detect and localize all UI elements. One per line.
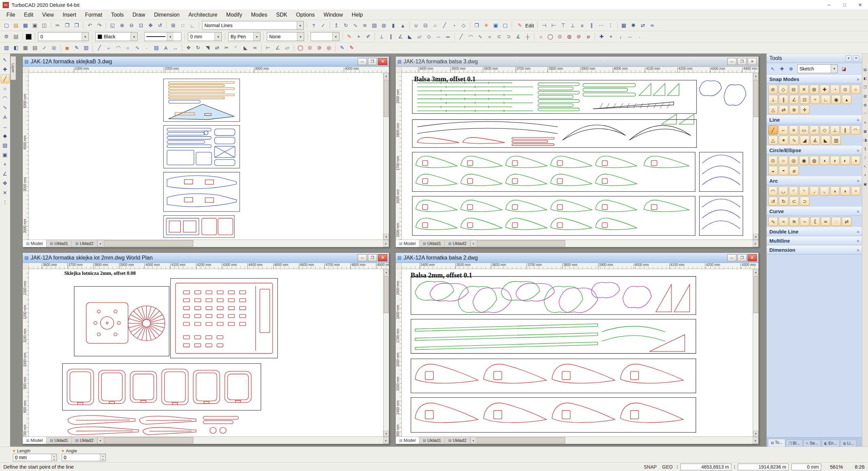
array-radial-icon[interactable]: ✺ [629, 21, 638, 30]
draw-curve-icon[interactable]: ∿ [476, 32, 485, 41]
circle-tan-tan-icon[interactable]: ◒ [768, 166, 778, 175]
scroll-down-icon[interactable]: ▾ [753, 234, 758, 240]
length-lock-icon[interactable]: ◆ [13, 449, 15, 452]
distribute-h-icon[interactable]: ⋯ [597, 21, 606, 30]
scroll-right-icon[interactable]: ▸ [383, 437, 389, 444]
cut-icon[interactable]: ✂ [53, 21, 62, 30]
scroll-track[interactable] [753, 275, 758, 431]
palette-blocks-icon[interactable]: ❒ [863, 85, 868, 89]
geo-quad-icon[interactable]: ▱ [415, 32, 424, 41]
window-close-button[interactable]: ✕ [852, 0, 868, 10]
ortho-toggle-icon[interactable]: ∟ [188, 21, 197, 30]
align-bottom-icon[interactable]: ⊥ [568, 21, 577, 30]
color-combo-dropdown-icon[interactable]: ▾ [131, 33, 137, 41]
arc-tools-icon[interactable]: ◠ [114, 43, 123, 52]
fillet-tool-icon[interactable]: ◜ [232, 43, 240, 52]
scroll-right-icon[interactable]: ▸ [753, 437, 758, 444]
layout-tab-układ2[interactable]: ▤Układ2 [445, 240, 470, 247]
layout-tab-układ1[interactable]: ▤Układ1 [46, 437, 72, 444]
snap-aerial-icon[interactable]: ▴ [842, 95, 851, 104]
line-tools-icon[interactable]: ╱ [95, 43, 104, 52]
layout-tab-układ2[interactable]: ▤Układ2 [445, 437, 470, 444]
child-close-button[interactable]: ✕ [378, 254, 387, 261]
palette-selection-icon[interactable]: ↖ [863, 164, 868, 169]
line-rot-rect-icon[interactable]: ▱ [810, 125, 819, 135]
window-minimize-button[interactable]: ─ [821, 0, 837, 10]
redline-strike-icon[interactable]: ⊘ [315, 43, 324, 52]
curve-bezier-icon[interactable]: ≈ [779, 217, 788, 226]
whats-this-icon[interactable]: ? [309, 21, 318, 30]
current-style-combo-dropdown-icon[interactable]: ▾ [297, 21, 303, 29]
align-right-icon[interactable]: ⊢ [549, 21, 558, 30]
zoom-in-icon[interactable]: ⊕ [118, 21, 126, 30]
palette-render-icon[interactable]: ◨ [863, 138, 868, 142]
tab-tools[interactable]: ▤To... [768, 439, 785, 447]
scroll-thumb[interactable] [477, 240, 565, 247]
palette-measurement-icon[interactable]: ◠ [863, 111, 868, 116]
snap-tool-icon[interactable]: ⌖ [1, 160, 9, 169]
snap-apex-icon[interactable]: △ [768, 105, 778, 114]
scroll-track[interactable] [476, 240, 753, 247]
boolean-intersect-icon[interactable]: ∩ [431, 21, 439, 30]
child-close-button[interactable]: ✕ [748, 254, 757, 261]
pen-blue-icon[interactable]: ✎ [338, 43, 347, 52]
child-titlebar-balsa-3[interactable]: ▤JAK-12A formatka balsa 3.dwg─❐✕ [396, 57, 758, 67]
menu-draw[interactable]: Draw [128, 10, 150, 20]
scroll-down-icon[interactable]: ▾ [383, 431, 389, 436]
horizontal-scrollbar[interactable]: ◂▸ [97, 240, 389, 247]
layout-tab-model[interactable]: ▤Model [396, 437, 419, 444]
hatch-tools-icon[interactable]: ▨ [152, 43, 161, 52]
angle-spin-up-icon[interactable]: ▴ [100, 454, 105, 457]
scroll-left-icon[interactable]: ◂ [97, 240, 103, 247]
menu-window[interactable]: Window [319, 10, 347, 20]
measure-distance-icon[interactable]: ⊢ [264, 43, 273, 52]
insert-block-icon[interactable]: ❒ [472, 21, 481, 30]
section-header-arc[interactable]: Arc» [767, 176, 862, 185]
pen-width-combo[interactable]: By Pen▾ [228, 32, 260, 41]
ellipse-rotated-icon[interactable]: ◗ [830, 156, 840, 165]
snap-settings-icon[interactable]: ✛ [800, 105, 809, 114]
draw-cap-icon[interactable]: ⊃ [504, 32, 513, 41]
section-chevron-icon[interactable]: » [857, 247, 859, 252]
redline-dot-icon[interactable]: ⊙ [305, 43, 314, 52]
line-wall-icon[interactable]: ▥ [831, 136, 841, 145]
length-spin-down-icon[interactable]: ▾ [52, 457, 57, 461]
circle-concentric-icon[interactable]: ◓ [779, 166, 788, 175]
child-minimize-button[interactable]: ─ [727, 58, 736, 65]
offset-tool-icon[interactable]: ≍ [251, 43, 259, 52]
section-header-multiline[interactable]: Multiline» [767, 236, 862, 245]
draw-angle-icon[interactable]: ∡ [514, 32, 522, 41]
menu-architecture[interactable]: Architecture [184, 10, 222, 20]
layout-tab-model[interactable]: ▤Model [23, 437, 46, 444]
redline-circle-icon[interactable]: ◯ [296, 43, 305, 52]
line-polyline-icon[interactable]: ⌐ [778, 125, 788, 135]
palette-calculator-icon[interactable]: ▦ [863, 129, 868, 134]
horizontal-ruler[interactable]: 1000 mm2000 mm3000 mm4000 mm [29, 67, 389, 73]
sweep-icon[interactable]: ∿ [351, 21, 360, 30]
section-chevron-icon[interactable]: » [857, 77, 859, 82]
arc-elliptical-icon[interactable]: ◖ [830, 186, 840, 196]
property-settings-icon[interactable]: ⚙ [2, 32, 11, 41]
mirror-icon[interactable]: ⇄ [638, 21, 647, 30]
box-3d-icon[interactable]: ▧ [370, 21, 379, 30]
layer-combo-dropdown-icon[interactable]: ▾ [82, 33, 88, 41]
distribute-v-icon[interactable]: ⋮ [606, 21, 615, 30]
arc-2point-icon[interactable]: ◡ [778, 186, 788, 196]
horizontal-ruler[interactable]: 3400 mm3500 mm3600 mm3700 mm3800 mm3900 … [402, 263, 758, 269]
child-minimize-button[interactable]: ─ [358, 58, 367, 65]
palette-scripts-icon[interactable]: § [863, 146, 868, 151]
arc-rotated-icon[interactable]: ◗ [841, 186, 850, 196]
align-center-v-icon[interactable]: ∥ [587, 21, 596, 30]
scroll-right-icon[interactable]: ▸ [753, 240, 758, 247]
scroll-track[interactable] [383, 79, 389, 234]
draw-arc-icon[interactable]: ◠ [466, 32, 475, 41]
pen-width-combo-dropdown-icon[interactable]: ▾ [253, 33, 260, 41]
previous-view-icon[interactable]: ↺ [156, 21, 164, 30]
snap-midpoint-icon[interactable]: ⊟ [789, 85, 798, 94]
tab-blocks[interactable]: ❒Bl... [786, 439, 803, 447]
snap-grid-icon[interactable]: ⊞ [810, 85, 819, 94]
geo-dline-icon[interactable]: ═ [443, 32, 452, 41]
palette-close-icon[interactable]: ✕ [853, 55, 859, 61]
measure-angle-icon[interactable]: ∠ [273, 43, 282, 52]
style-manager-icon[interactable]: ▥ [82, 43, 91, 52]
